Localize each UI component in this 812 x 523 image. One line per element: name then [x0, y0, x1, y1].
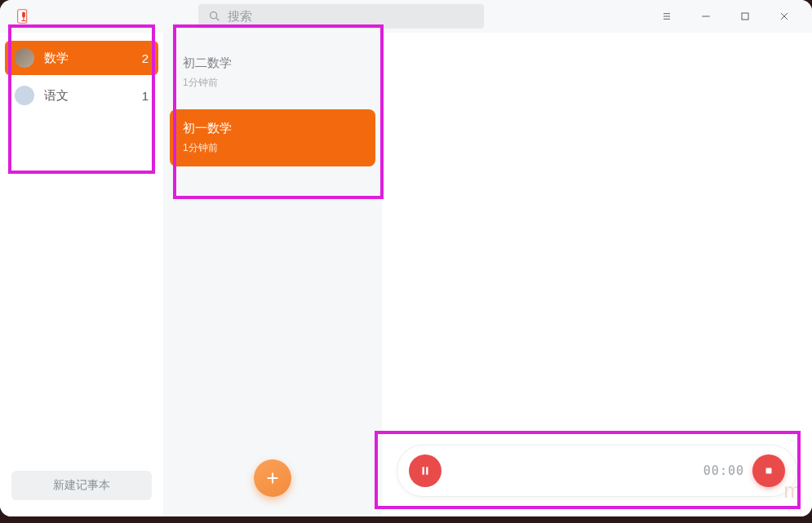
note-title: 初二数学 — [183, 55, 362, 71]
search-input[interactable]: 搜索 — [198, 4, 484, 29]
notebook-label: 数学 — [44, 51, 142, 66]
svg-line-5 — [216, 18, 219, 20]
minimize-button[interactable] — [688, 2, 724, 31]
svg-point-4 — [210, 12, 216, 19]
notes-column: 初二数学 1分钟前 初一数学 1分钟前 — [163, 33, 382, 516]
svg-rect-10 — [742, 13, 748, 20]
svg-rect-17 — [766, 468, 772, 474]
pause-recording-button[interactable] — [409, 454, 441, 487]
recorder-time: 00:00 — [703, 463, 744, 478]
notebook-list: 数学 2 语文 1 — [5, 41, 158, 464]
titlebar: 搜索 — [0, 0, 812, 33]
new-note-button[interactable] — [254, 459, 291, 497]
main: 数学 2 语文 1 新建记事本 初二数学 1分钟前 — [0, 33, 812, 516]
window-controls — [649, 2, 802, 31]
hamburger-icon — [660, 10, 673, 23]
menu-button[interactable] — [649, 2, 685, 31]
recorder-bar: 00:00 — [397, 445, 797, 497]
maximize-button[interactable] — [727, 2, 763, 31]
note-time: 1分钟前 — [183, 76, 362, 90]
notebook-label: 语文 — [44, 88, 142, 104]
editor-column: 00:00 — [382, 33, 812, 516]
sidebar-item-chinese[interactable]: 语文 1 — [5, 78, 158, 113]
notebook-count: 2 — [142, 51, 149, 65]
app-window: 搜索 数学 2 — [0, 0, 812, 516]
sidebar: 数学 2 语文 1 新建记事本 — [0, 33, 163, 516]
stop-icon — [763, 465, 774, 476]
pause-icon — [419, 465, 431, 476]
maximize-icon — [739, 10, 752, 23]
minimize-icon — [699, 10, 712, 23]
notebook-avatar-icon — [15, 48, 34, 68]
new-notebook-button[interactable]: 新建记事本 — [11, 471, 152, 500]
note-item[interactable]: 初一数学 1分钟前 — [170, 109, 375, 166]
svg-rect-15 — [423, 467, 424, 474]
note-item[interactable]: 初二数学 1分钟前 — [170, 44, 375, 101]
svg-rect-16 — [426, 467, 428, 474]
plus-icon — [264, 469, 282, 487]
note-time: 1分钟前 — [183, 141, 362, 155]
note-title: 初一数学 — [183, 121, 362, 136]
notebook-avatar-icon — [15, 86, 34, 105]
sidebar-item-math[interactable]: 数学 2 — [5, 41, 158, 75]
search-icon — [208, 10, 221, 23]
notebook-count: 1 — [142, 89, 149, 103]
stop-recording-button[interactable] — [752, 454, 785, 487]
search-placeholder: 搜索 — [228, 9, 252, 24]
notes-list: 初二数学 1分钟前 初一数学 1分钟前 — [170, 44, 375, 507]
app-icon — [15, 7, 33, 25]
new-notebook-label: 新建记事本 — [53, 478, 110, 493]
close-button[interactable] — [766, 2, 802, 31]
close-icon — [778, 10, 791, 23]
svg-rect-1 — [22, 12, 25, 18]
